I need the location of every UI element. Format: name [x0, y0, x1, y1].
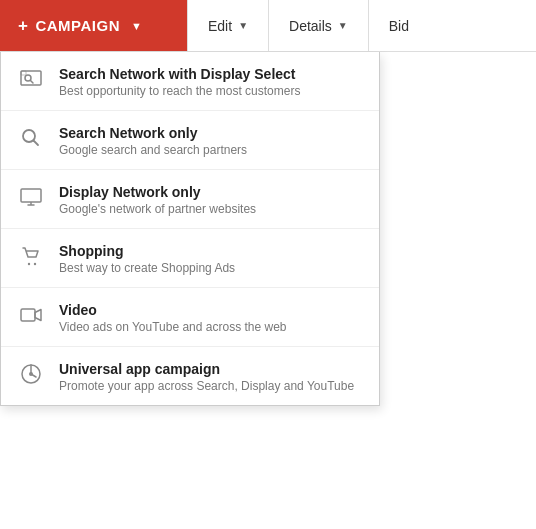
campaign-option-display-only[interactable]: Display Network only Google's network of…	[1, 170, 379, 229]
campaign-type-dropdown: Search Network with Display Select Best …	[0, 52, 380, 406]
toolbar: + CAMPAIGN ▼ Edit ▼ Details ▼ Bid	[0, 0, 536, 52]
option-text-display-only: Display Network only Google's network of…	[59, 184, 361, 216]
details-label: Details	[289, 18, 332, 34]
option-text-search-only: Search Network only Google search and se…	[59, 125, 361, 157]
details-chevron-icon: ▼	[338, 20, 348, 31]
campaign-option-search-display[interactable]: Search Network with Display Select Best …	[1, 52, 379, 111]
option-title-search-display: Search Network with Display Select	[59, 66, 361, 82]
svg-rect-11	[21, 309, 35, 321]
option-text-shopping: Shopping Best way to create Shopping Ads	[59, 243, 361, 275]
option-title-search-only: Search Network only	[59, 125, 361, 141]
svg-line-5	[34, 141, 39, 146]
campaign-option-video[interactable]: Video Video ads on YouTube and across th…	[1, 288, 379, 347]
shopping-icon	[19, 244, 47, 272]
campaign-chevron-icon: ▼	[131, 20, 142, 32]
edit-label: Edit	[208, 18, 232, 34]
svg-point-9	[28, 263, 30, 265]
video-icon	[19, 303, 47, 331]
svg-point-10	[34, 263, 36, 265]
bid-label: Bid	[389, 18, 409, 34]
plus-icon: +	[18, 16, 28, 36]
campaign-button[interactable]: + CAMPAIGN ▼	[0, 0, 187, 51]
edit-chevron-icon: ▼	[238, 20, 248, 31]
svg-rect-6	[21, 189, 41, 202]
option-title-universal-app: Universal app campaign	[59, 361, 361, 377]
universal-app-icon	[19, 362, 47, 390]
search-only-icon	[19, 126, 47, 154]
option-desc-search-only: Google search and search partners	[59, 143, 361, 157]
option-title-display-only: Display Network only	[59, 184, 361, 200]
bid-button[interactable]: Bid	[368, 0, 429, 51]
search-display-icon	[19, 67, 47, 95]
option-text-search-display: Search Network with Display Select Best …	[59, 66, 361, 98]
option-text-universal-app: Universal app campaign Promote your app …	[59, 361, 361, 393]
campaign-label: CAMPAIGN	[35, 17, 120, 34]
details-button[interactable]: Details ▼	[268, 0, 368, 51]
campaign-option-search-only[interactable]: Search Network only Google search and se…	[1, 111, 379, 170]
campaign-option-universal-app[interactable]: Universal app campaign Promote your app …	[1, 347, 379, 405]
option-text-video: Video Video ads on YouTube and across th…	[59, 302, 361, 334]
svg-point-13	[29, 372, 33, 376]
option-desc-display-only: Google's network of partner websites	[59, 202, 361, 216]
campaign-option-shopping[interactable]: Shopping Best way to create Shopping Ads	[1, 229, 379, 288]
edit-button[interactable]: Edit ▼	[187, 0, 268, 51]
display-only-icon	[19, 185, 47, 213]
option-desc-universal-app: Promote your app across Search, Display …	[59, 379, 361, 393]
option-desc-video: Video ads on YouTube and across the web	[59, 320, 361, 334]
option-desc-search-display: Best opportunity to reach the most custo…	[59, 84, 361, 98]
option-title-shopping: Shopping	[59, 243, 361, 259]
option-desc-shopping: Best way to create Shopping Ads	[59, 261, 361, 275]
option-title-video: Video	[59, 302, 361, 318]
svg-line-2	[31, 81, 34, 84]
